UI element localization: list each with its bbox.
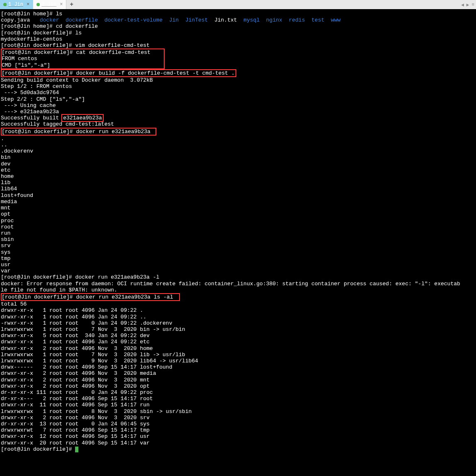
run-output: .dockerenv xyxy=(1,148,475,154)
run-output: lost+found xyxy=(1,192,475,199)
lsal-output: drwx------ 2 root root 4096 Sep 15 14:17… xyxy=(1,364,475,370)
lsal-output: lrwxrwxrwx 1 root root 9 Nov 3 2020 lib6… xyxy=(1,358,475,364)
menu-icon[interactable]: ≡ xyxy=(471,2,474,7)
lsal-output: dr-xr-x--- 2 root root 4096 Sep 15 14:17… xyxy=(1,396,475,402)
run-output: dev xyxy=(1,161,475,167)
lsal-output: drwxr-xr-x 2 root root 4096 Nov 3 2020 m… xyxy=(1,370,475,376)
lsal-output: drwxr-xr-x 1 root root 4096 Jan 24 09:22… xyxy=(1,314,475,320)
run-output: proc xyxy=(1,218,475,224)
build-output: Step 2/2 : CMD ["ls","-a"] xyxy=(1,96,475,102)
close-icon[interactable]: × xyxy=(27,2,29,7)
cursor-icon xyxy=(75,447,78,452)
prompt: [root@Jin home]# xyxy=(1,23,56,29)
run-output: bin xyxy=(1,154,475,160)
lsal-output: lrwxrwxrwx 1 root root 8 Nov 3 2020 sbin… xyxy=(1,408,475,415)
build-output: Successfully tagged cmd-test:latest xyxy=(1,121,475,127)
run-output: .. xyxy=(1,142,475,148)
command-text: ls xyxy=(75,30,82,36)
prompt: [root@Jin dockerfile]# xyxy=(1,274,75,280)
command-text: vim dockerfile-cmd-test xyxy=(75,42,149,49)
command-text: cd dockerfile xyxy=(56,23,98,29)
lsal-output: drwxr-xr-x 2 root root 4096 Nov 3 2020 o… xyxy=(1,383,475,389)
add-tab-button[interactable]: + xyxy=(66,1,76,8)
tab-label: 1 Jin xyxy=(8,2,23,7)
run-output: var xyxy=(1,268,475,274)
highlight-box-build: [root@Jin dockerfile]# docker build -f d… xyxy=(1,69,236,77)
lsal-output: total 56 xyxy=(1,301,475,307)
run-output: mnt xyxy=(1,205,475,211)
run-output: run xyxy=(1,230,475,236)
command-text: ls xyxy=(56,11,63,17)
run-output: home xyxy=(1,173,475,180)
run-output: usr xyxy=(1,262,475,268)
highlight-box-run-lsal: [root@Jin dockerfile]# docker run e321ae… xyxy=(1,293,180,301)
lsal-output: drwxrwxrwt 7 root root 4096 Sep 15 14:17… xyxy=(1,427,475,433)
lsal-output: dr-xr-xr-x 111 root root 0 Jan 24 09:22 … xyxy=(1,389,475,396)
lsal-output: lrwxrwxrwx 1 root root 7 Nov 3 2020 lib … xyxy=(1,352,475,358)
status-dot-icon xyxy=(3,3,7,6)
run-output: sbin xyxy=(1,236,475,243)
prompt: [root@Jin home]# xyxy=(1,11,56,17)
lsal-output: drwxr-xr-x 2 root root 4096 Nov 3 2020 h… xyxy=(1,345,475,352)
build-output: Successfully built e321aea9b23a xyxy=(1,115,475,121)
lsal-output: drwxr-xr-x 2 root root 4096 Nov 3 2020 m… xyxy=(1,377,475,383)
tabbar-controls: ◀ ▶ ≡ xyxy=(461,2,474,7)
run-output: root xyxy=(1,224,475,230)
run-output: lib64 xyxy=(1,186,475,192)
lsal-output: -rwxr-xr-x 1 root root 0 Jan 24 09:22 .d… xyxy=(1,320,475,326)
build-output: Sending build context to Docker daemon 3… xyxy=(1,77,475,83)
lsal-output: drwxr-xr-x 20 root root 4096 Sep 15 14:1… xyxy=(1,440,475,446)
command-text: docker run e321aea9b23a -l xyxy=(75,274,159,280)
terminal-output[interactable]: [root@Jin home]# lscopy.java docker dock… xyxy=(0,9,476,454)
build-output: Step 1/2 : FROM centos xyxy=(1,83,475,90)
next-tab-icon[interactable]: ▶ xyxy=(466,2,469,7)
lsal-output: drwxr-xr-x 11 root root 4096 Sep 15 14:1… xyxy=(1,402,475,408)
tab-label: 2 Jin xyxy=(41,2,56,7)
lsal-output: drwxr-xr-x 12 root root 4096 Sep 15 14:1… xyxy=(1,433,475,440)
lsal-output: dr-xr-xr-x 13 root root 0 Jan 24 06:45 s… xyxy=(1,421,475,427)
run-output: opt xyxy=(1,211,475,217)
build-output: ---> Using cache xyxy=(1,102,475,109)
error-output: docker: Error response from daemon: OCI … xyxy=(1,281,475,293)
status-dot-icon xyxy=(36,3,40,6)
highlight-box-run: [root@Jin dockerfile]# docker run e321ae… xyxy=(1,128,156,136)
run-output: tmp xyxy=(1,255,475,262)
lsal-output: drwxr-xr-x 1 root root 4096 Jan 24 09:22… xyxy=(1,307,475,313)
lsal-output: drwxr-xr-x 2 root root 4096 Nov 3 2020 s… xyxy=(1,415,475,421)
run-output: sys xyxy=(1,249,475,255)
build-output: ---> 5d0da3dc9764 xyxy=(1,90,475,96)
tab-bar: 1 Jin × 2 Jin × + ◀ ▶ ≡ xyxy=(0,0,476,9)
run-output: etc xyxy=(1,167,475,173)
prev-tab-icon[interactable]: ◀ xyxy=(461,2,464,7)
highlight-box-cat: [root@Jin dockerfile]# cat dockerfile-cm… xyxy=(1,49,165,69)
ls-output: mydockerfile-centos xyxy=(1,36,475,42)
ls-output: copy.java docker dockerfile docker-test-… xyxy=(1,17,475,23)
run-output: srv xyxy=(1,243,475,249)
lsal-output: lrwxrwxrwx 1 root root 7 Nov 3 2020 bin … xyxy=(1,326,475,333)
prompt: [root@Jin dockerfile]# xyxy=(1,446,75,452)
run-output: media xyxy=(1,199,475,205)
run-output: . xyxy=(1,136,475,142)
tab-2-jin[interactable]: 2 Jin × xyxy=(33,0,66,9)
lsal-output: drwxr-xr-x 5 root root 340 Jan 24 09:22 … xyxy=(1,333,475,339)
prompt: [root@Jin dockerfile]# xyxy=(1,42,75,49)
close-icon[interactable]: × xyxy=(60,2,63,7)
tab-1-jin[interactable]: 1 Jin × xyxy=(0,0,33,9)
prompt: [root@Jin dockerfile]# xyxy=(1,30,75,36)
lsal-output: drwxr-xr-x 1 root root 4096 Jan 24 09:22… xyxy=(1,339,475,345)
run-output: lib xyxy=(1,180,475,186)
